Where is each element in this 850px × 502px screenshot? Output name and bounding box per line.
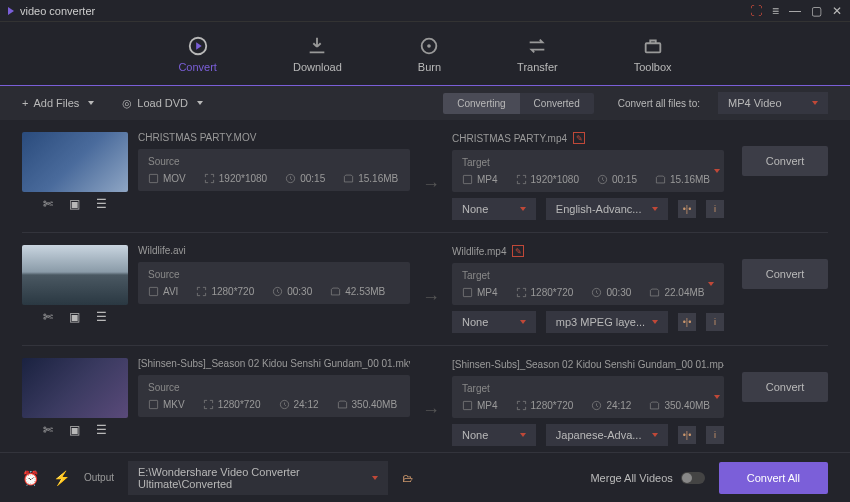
source-col: CHRISTMAS PARTY.MOVSourceMOV1920*108000:… (138, 132, 410, 220)
cut-icon[interactable]: ✄ (43, 197, 53, 211)
svg-rect-6 (463, 175, 471, 183)
chevron-down-icon (520, 433, 526, 437)
merge-toggle[interactable] (681, 472, 705, 484)
svg-rect-12 (149, 400, 157, 408)
track-selects: NoneEnglish-Advanc...•|•i (452, 198, 724, 220)
info-button[interactable]: i (706, 200, 724, 218)
audio-select[interactable]: mp3 MPEG laye... (546, 311, 668, 333)
source-col: [Shinsen-Subs]_Season 02 Kidou Senshi Gu… (138, 358, 410, 446)
plus-icon: + (22, 97, 28, 109)
folder-icon[interactable]: 🗁 (402, 472, 413, 484)
format-value: MP4 (462, 400, 498, 411)
segment-converting[interactable]: Converting (443, 93, 519, 114)
equalizer-button[interactable]: •|• (678, 313, 696, 331)
duration-value: 00:30 (272, 286, 312, 297)
source-label: Source (148, 382, 400, 393)
disc-icon: ◎ (122, 97, 132, 110)
source-filename: CHRISTMAS PARTY.MOV (138, 132, 410, 143)
menu-icon[interactable]: ≡ (772, 4, 779, 18)
add-files-button[interactable]: + Add Files (22, 97, 94, 109)
arrow-icon: → (420, 374, 442, 446)
thumbnail-col: ✄▣☰ (22, 245, 128, 333)
bolt-icon[interactable]: ⚡ (53, 470, 70, 486)
crop-icon[interactable]: ▣ (69, 197, 80, 211)
thumbnail-image[interactable] (22, 132, 128, 192)
info-button[interactable]: i (706, 313, 724, 331)
size-value: 15.16MB (343, 173, 398, 184)
svg-rect-10 (463, 288, 471, 296)
toolbox-icon (642, 35, 664, 57)
tab-convert[interactable]: Convert (168, 29, 227, 79)
output-path-select[interactable]: E:\Wondershare Video Converter Ultimate\… (128, 461, 388, 495)
resolution-value: 1280*720 (196, 286, 254, 297)
target-format-expand[interactable] (710, 395, 720, 399)
resolution-value: 1920*1080 (204, 173, 267, 184)
source-box: SourceMOV1920*108000:1515.16MB (138, 149, 410, 191)
duration-value: 24:12 (591, 400, 631, 411)
convert-all-to-label: Convert all files to: (618, 98, 700, 109)
chevron-down-icon (520, 320, 526, 324)
subtitle-select[interactable]: None (452, 311, 536, 333)
cut-icon[interactable]: ✄ (43, 310, 53, 324)
tab-transfer[interactable]: Transfer (507, 29, 568, 79)
thumbnail-image[interactable] (22, 358, 128, 418)
target-col: [Shinsen-Subs]_Season 02 Kidou Senshi Gu… (452, 358, 724, 446)
audio-select[interactable]: Japanese-Adva... (546, 424, 668, 446)
target-format-expand[interactable] (710, 169, 720, 173)
edit-name-icon[interactable]: ✎ (573, 132, 585, 144)
thumb-tools: ✄▣☰ (22, 305, 128, 324)
tab-burn[interactable]: Burn (408, 29, 451, 79)
convert-button[interactable]: Convert (742, 259, 828, 289)
file-list: ✄▣☰CHRISTMAS PARTY.MOVSourceMOV1920*1080… (0, 120, 850, 452)
thumbnail-image[interactable] (22, 245, 128, 305)
source-box: SourceAVI1280*72000:3042.53MB (138, 262, 410, 304)
svg-rect-8 (149, 287, 157, 295)
duration-value: 00:15 (597, 174, 637, 185)
subtitle-select[interactable]: None (452, 424, 536, 446)
maximize-icon[interactable]: ▢ (811, 4, 822, 18)
convert-button[interactable]: Convert (742, 372, 828, 402)
size-value: 350.40MB (649, 400, 710, 411)
clock-icon[interactable]: ⏰ (22, 470, 39, 486)
status-segment: Converting Converted (443, 93, 594, 114)
output-label: Output (84, 472, 114, 483)
gift-icon[interactable]: ⛶ (750, 4, 762, 18)
close-icon[interactable]: ✕ (832, 4, 842, 18)
thumb-tools: ✄▣☰ (22, 192, 128, 211)
main-tabs: Convert Download Burn Transfer Toolbox (0, 22, 850, 86)
target-filename: CHRISTMAS PARTY.mp4 ✎ (452, 132, 724, 144)
tab-toolbox[interactable]: Toolbox (624, 29, 682, 79)
tab-download[interactable]: Download (283, 29, 352, 79)
convert-button[interactable]: Convert (742, 146, 828, 176)
info-button[interactable]: i (706, 426, 724, 444)
app-logo-icon (8, 7, 14, 15)
subtitle-select[interactable]: None (452, 198, 536, 220)
convert-all-button[interactable]: Convert All (719, 462, 828, 494)
size-value: 15.16MB (655, 174, 710, 185)
equalizer-button[interactable]: •|• (678, 200, 696, 218)
target-format-select[interactable]: MP4 Video (718, 92, 828, 114)
cut-icon[interactable]: ✄ (43, 423, 53, 437)
segment-converted[interactable]: Converted (520, 93, 594, 114)
equalizer-button[interactable]: •|• (678, 426, 696, 444)
crop-icon[interactable]: ▣ (69, 423, 80, 437)
settings-icon[interactable]: ☰ (96, 197, 107, 211)
size-value: 22.04MB (649, 287, 704, 298)
edit-name-icon[interactable]: ✎ (512, 245, 524, 257)
merge-toggle-group: Merge All Videos (590, 472, 704, 484)
crop-icon[interactable]: ▣ (69, 310, 80, 324)
svg-point-2 (428, 44, 432, 48)
source-filename: Wildlife.avi (138, 245, 410, 256)
chevron-down-icon (652, 320, 658, 324)
audio-select[interactable]: English-Advanc... (546, 198, 668, 220)
minimize-icon[interactable]: — (789, 4, 801, 18)
target-format-expand[interactable] (704, 282, 714, 286)
settings-icon[interactable]: ☰ (96, 423, 107, 437)
chevron-down-icon (372, 476, 378, 480)
app-title: video converter (20, 5, 740, 17)
settings-icon[interactable]: ☰ (96, 310, 107, 324)
resolution-value: 1280*720 (516, 400, 574, 411)
size-value: 350.40MB (337, 399, 398, 410)
footer: ⏰ ⚡ Output E:\Wondershare Video Converte… (0, 452, 850, 502)
load-dvd-button[interactable]: ◎ Load DVD (122, 97, 203, 110)
